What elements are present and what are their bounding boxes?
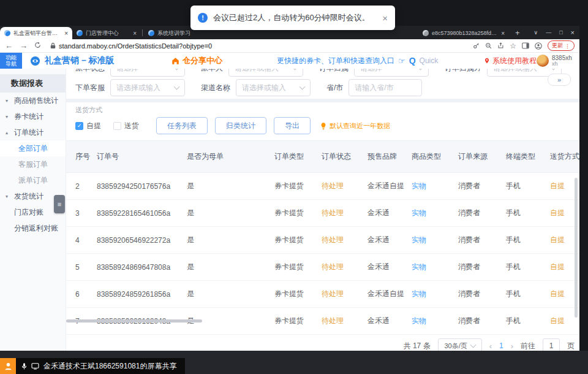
browser-update-button[interactable]: 更新 ⋮ <box>548 40 575 51</box>
sidebar-item-product-sales[interactable]: ▾ 商品销售统计 <box>0 93 66 109</box>
page-size-value: 30条/页 <box>444 342 467 351</box>
checkbox-checked-icon[interactable]: ✓ <box>75 122 83 130</box>
dispatcher-select[interactable]: 请选择或输入 <box>228 69 303 77</box>
quick-entry[interactable]: 更快捷的券卡、订单和快递查询入口 ☞ Q Quick <box>277 56 438 66</box>
bulb-icon <box>320 122 326 130</box>
chevron-down-icon <box>300 84 306 90</box>
table-row[interactable]: 3 83859228165461056a 是 券卡提货 待处理 金禾通 实物 消… <box>66 200 579 227</box>
expand-filters-button[interactable]: » <box>548 74 571 86</box>
cell-index: 4 <box>75 236 97 245</box>
cell-product-type[interactable]: 实物 <box>412 208 458 218</box>
cell-order-source: 消费者 <box>458 235 506 245</box>
forward-icon[interactable]: → <box>20 42 28 50</box>
sidebar-item-service-orders[interactable]: 客服订单 <box>0 156 66 172</box>
next-page-icon[interactable]: › <box>511 342 513 351</box>
checkbox-delivery[interactable]: 送货 <box>113 121 139 131</box>
browser-tab[interactable]: e8c573980b1328a258fd2e6f8 × <box>418 27 509 39</box>
order-owner-select[interactable]: 请选择 <box>354 69 429 77</box>
sidebar-collapse-handle[interactable]: ≡ <box>54 195 65 213</box>
refresh-icon[interactable] <box>34 42 41 50</box>
task-list-button[interactable]: 任务列表 <box>156 117 208 134</box>
tutorial-link[interactable]: 系统使用教程 <box>484 56 537 66</box>
sidebar-item-label: 商品销售统计 <box>14 96 58 106</box>
tab-search-icon[interactable]: ∨ <box>534 29 538 36</box>
presenter-avatar-icon <box>0 358 16 374</box>
table-row[interactable]: 2 83859294250176576a 是 券卡提货 待处理 金禾通自提 实物… <box>66 173 579 200</box>
col-order-source: 订单来源 <box>458 151 506 162</box>
chevron-down-icon <box>551 69 557 70</box>
collapse-arrow-icon: ▾ <box>6 98 11 104</box>
key-icon[interactable] <box>473 42 480 49</box>
sidebar-item-label: 全部订单 <box>18 143 48 154</box>
order-agent-select[interactable]: 请选择或输入 <box>110 79 185 96</box>
browser-tab-active[interactable]: 礼盒营销平台管理中心 × <box>0 27 72 39</box>
maximize-icon[interactable]: □ <box>559 29 562 36</box>
brand-logo-icon <box>30 56 40 66</box>
sidebar-item-order-stats[interactable]: ▴ 订单统计 <box>0 124 66 140</box>
page-size-select[interactable]: 30条/页 <box>438 338 482 351</box>
menu-icon: ≡ <box>58 200 61 208</box>
cell-order-no: 83858924859261856a <box>97 290 187 299</box>
new-tab-button[interactable]: + <box>515 28 520 37</box>
cell-presale-brand: 金禾通自提 <box>368 181 412 191</box>
user-account[interactable]: 8385xh xh <box>537 55 572 67</box>
province-city-input[interactable] <box>349 79 422 96</box>
current-page[interactable]: 1 <box>499 342 503 350</box>
tab-close-icon[interactable]: × <box>501 30 505 37</box>
cell-order-type: 券卡提货 <box>274 208 322 218</box>
cell-terminal-type: 手机 <box>506 316 550 326</box>
window-close-icon[interactable]: × <box>571 29 575 36</box>
cell-order-source: 消费者 <box>458 208 506 218</box>
col-delivery-method: 送货方式 <box>550 151 579 162</box>
select-placeholder: 请选择或输入 <box>235 69 279 74</box>
cell-product-type[interactable]: 实物 <box>412 181 458 191</box>
table-row[interactable]: 4 83859206546922272a 是 券卡提货 待处理 金禾通 实物 消… <box>66 227 579 254</box>
vertical-scrollbar[interactable] <box>575 178 578 318</box>
sidebar-item-coupon-stats[interactable]: ▾ 券卡统计 <box>0 109 66 124</box>
col-order-type: 订单类型 <box>274 151 322 162</box>
prev-page-icon[interactable]: ‹ <box>489 342 492 351</box>
channel-name-select[interactable]: 请选择或输入 <box>236 79 311 96</box>
cell-product-type[interactable]: 实物 <box>412 316 458 326</box>
side-panel-icon[interactable] <box>522 42 529 49</box>
tab-title: 系统培训学习 <box>157 29 208 37</box>
browser-tab[interactable]: 门店管理中心 × <box>72 27 141 39</box>
filter-label: 订单归属方 <box>445 69 481 74</box>
filter-label: 订单归属 <box>319 69 349 74</box>
total-count: 共 17 条 <box>404 341 431 351</box>
section-divider <box>66 99 579 102</box>
cell-product-type[interactable]: 实物 <box>412 235 458 245</box>
back-icon[interactable]: ← <box>5 42 13 50</box>
table-row[interactable]: 6 83858924859261856a 是 券卡提货 待处理 金禾通自提 实物… <box>66 281 579 308</box>
sidebar-item-dispatch-orders[interactable]: 派单订单 <box>0 172 66 188</box>
horizontal-scrollbar[interactable] <box>66 319 202 322</box>
export-button[interactable]: 导出 <box>274 117 311 134</box>
bookmark-star-icon[interactable]: ☆ <box>510 42 516 50</box>
screen-share-pill[interactable]: 金禾通技术王斌18662591081的屏幕共享 <box>16 358 185 374</box>
goto-page-input[interactable] <box>543 338 560 351</box>
table-row[interactable]: 5 83858924869647808a 是 券卡提货 待处理 金禾通 实物 消… <box>66 254 579 281</box>
profile-icon[interactable] <box>535 42 542 50</box>
zoom-icon[interactable] <box>485 42 492 49</box>
share-center-link[interactable]: 仓分享中心 <box>172 55 222 66</box>
checkbox-self-pickup[interactable]: ✓ 自提 <box>75 121 101 131</box>
sidebar-section-title: 数据报表 <box>0 74 66 93</box>
minimize-icon[interactable]: — <box>546 29 551 36</box>
cell-product-type[interactable]: 实物 <box>412 289 458 299</box>
tab-close-icon[interactable]: × <box>133 30 137 37</box>
share-icon[interactable] <box>497 42 504 49</box>
category-stats-button[interactable]: 归类统计 <box>215 117 266 134</box>
pagination: 共 17 条 30条/页 ‹ 1 › 前往 页 <box>75 338 579 351</box>
sidebar-item-all-orders[interactable]: 全部订单 <box>0 140 66 156</box>
toast-close-icon[interactable]: × <box>382 13 388 23</box>
sidebar-item-label: 券卡统计 <box>14 112 43 122</box>
address-bar[interactable]: standard.maboy.cn/OrderStatisticsDetail?… <box>50 42 212 50</box>
checkbox-unchecked-icon[interactable] <box>113 122 121 130</box>
sidebar-item-rebate-reconciliation[interactable]: 分销返利对账 <box>0 220 66 236</box>
dispatch-status-select[interactable]: 请选择 <box>110 69 185 77</box>
filter-order-owner-party: 订单归属方 请选择或输入 <box>445 69 562 77</box>
cell-index: 5 <box>75 263 97 272</box>
nav-badge[interactable]: 功能 导航 <box>0 53 22 69</box>
tab-close-icon[interactable]: × <box>64 30 68 37</box>
cell-product-type[interactable]: 实物 <box>412 262 458 272</box>
